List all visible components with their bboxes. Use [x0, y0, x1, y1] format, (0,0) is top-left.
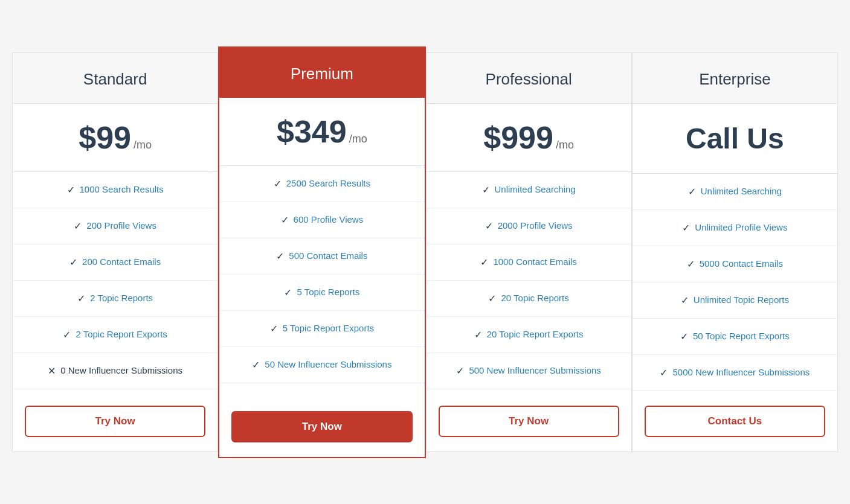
feature-icon-check: ✓	[284, 287, 292, 298]
feature-text-professional-0: Unlimited Searching	[495, 183, 576, 196]
feature-item-enterprise-5: ✓5000 New Influencer Submissions	[633, 355, 837, 391]
feature-icon-check: ✓	[74, 220, 82, 232]
plan-name-standard: Standard	[25, 70, 205, 89]
feature-item-premium-4: ✓5 Topic Report Exports	[219, 311, 424, 347]
feature-item-enterprise-1: ✓Unlimited Profile Views	[633, 210, 837, 246]
feature-text-enterprise-4: 50 Topic Report Exports	[693, 330, 790, 342]
feature-icon-check: ✓	[485, 220, 493, 232]
feature-item-enterprise-4: ✓50 Topic Report Exports	[633, 319, 837, 355]
feature-item-professional-1: ✓2000 Profile Views	[427, 208, 631, 244]
feature-icon-check: ✓	[67, 184, 75, 196]
feature-item-enterprise-2: ✓5000 Contact Emails	[633, 246, 837, 282]
feature-text-standard-4: 2 Topic Report Exports	[76, 328, 167, 340]
feature-item-professional-0: ✓Unlimited Searching	[427, 172, 631, 208]
plan-header-professional: Professional	[427, 53, 631, 104]
plan-button-premium[interactable]: Try Now	[231, 411, 412, 442]
plan-features-premium: ✓2500 Search Results✓600 Profile Views✓5…	[219, 166, 424, 397]
plan-price-section-professional: $999/mo	[427, 104, 631, 172]
plan-price-period-premium: /mo	[349, 133, 367, 145]
plan-price-section-enterprise: Call Us	[633, 104, 837, 174]
feature-icon-check: ✓	[274, 178, 282, 190]
plan-name-professional: Professional	[439, 70, 619, 89]
plan-button-standard[interactable]: Try Now	[25, 406, 205, 437]
feature-text-standard-5: 0 New Influencer Submissions	[60, 365, 182, 377]
plan-price-wrapper-premium: $349/mo	[231, 116, 412, 147]
plan-name-premium: Premium	[231, 65, 412, 83]
feature-text-professional-5: 500 New Influencer Submissions	[469, 365, 600, 377]
feature-item-enterprise-0: ✓Unlimited Searching	[633, 174, 837, 210]
feature-text-premium-2: 500 Contact Emails	[289, 250, 367, 262]
feature-item-professional-5: ✓500 New Influencer Submissions	[427, 353, 631, 389]
feature-text-standard-3: 2 Topic Reports	[90, 292, 153, 304]
plan-price-wrapper-professional: $999/mo	[439, 122, 619, 153]
feature-item-professional-2: ✓1000 Contact Emails	[427, 244, 631, 281]
feature-item-premium-3: ✓5 Topic Reports	[219, 275, 424, 311]
feature-icon-check: ✓	[660, 367, 668, 378]
feature-item-premium-1: ✓600 Profile Views	[219, 202, 424, 238]
feature-text-professional-4: 20 Topic Report Exports	[487, 328, 584, 340]
plan-header-standard: Standard	[13, 53, 217, 104]
plan-price-period-standard: /mo	[134, 139, 152, 152]
feature-icon-check: ✓	[682, 222, 690, 234]
feature-icon-check: ✓	[482, 184, 490, 196]
plan-price-section-premium: $349/mo	[219, 98, 424, 166]
feature-icon-check: ✓	[276, 250, 284, 262]
feature-item-professional-4: ✓20 Topic Report Exports	[427, 317, 631, 353]
feature-item-standard-0: ✓1000 Search Results	[13, 172, 217, 208]
feature-icon-check: ✓	[456, 365, 464, 377]
feature-text-enterprise-0: Unlimited Searching	[701, 185, 782, 197]
feature-text-premium-1: 600 Profile Views	[294, 214, 364, 226]
plan-card-standard: Standard$99/mo✓1000 Search Results✓200 P…	[12, 53, 218, 452]
plan-header-premium: Premium	[219, 48, 424, 98]
feature-icon-check: ✓	[281, 214, 289, 226]
feature-item-enterprise-3: ✓Unlimited Topic Reports	[633, 282, 837, 319]
plan-price-amount-premium: $349	[277, 116, 347, 147]
feature-text-premium-4: 5 Topic Report Exports	[283, 322, 374, 334]
feature-item-standard-5: ✕0 New Influencer Submissions	[13, 353, 217, 389]
feature-item-standard-3: ✓2 Topic Reports	[13, 281, 217, 317]
pricing-table: Standard$99/mo✓1000 Search Results✓200 P…	[12, 53, 838, 452]
feature-icon-check: ✓	[63, 329, 71, 340]
feature-text-standard-2: 200 Contact Emails	[82, 256, 161, 268]
feature-icon-check: ✓	[480, 257, 488, 268]
plan-footer-professional: Try Now	[427, 391, 631, 451]
feature-text-professional-1: 2000 Profile Views	[498, 220, 573, 232]
plan-price-period-professional: /mo	[556, 139, 574, 152]
plan-header-enterprise: Enterprise	[633, 53, 837, 104]
feature-icon-check: ✓	[681, 295, 689, 306]
plan-features-standard: ✓1000 Search Results✓200 Profile Views✓2…	[13, 172, 217, 391]
feature-icon-check: ✓	[270, 323, 278, 334]
feature-icon-check: ✓	[688, 186, 696, 197]
plan-button-enterprise[interactable]: Contact Us	[645, 406, 825, 437]
feature-text-premium-5: 50 New Influencer Submissions	[265, 359, 391, 371]
feature-item-standard-4: ✓2 Topic Report Exports	[13, 317, 217, 353]
feature-icon-cross: ✕	[48, 365, 56, 377]
feature-icon-check: ✓	[687, 258, 695, 270]
feature-text-professional-3: 20 Topic Reports	[501, 292, 568, 304]
plan-card-enterprise: EnterpriseCall Us✓Unlimited Searching✓Un…	[632, 53, 838, 452]
feature-item-standard-1: ✓200 Profile Views	[13, 208, 217, 244]
feature-item-premium-0: ✓2500 Search Results	[219, 166, 424, 202]
feature-icon-check: ✓	[77, 293, 85, 304]
plan-price-enterprise: Call Us	[645, 122, 825, 155]
feature-text-enterprise-5: 5000 New Influencer Submissions	[672, 366, 810, 378]
plan-footer-premium: Try Now	[219, 397, 424, 457]
plan-features-professional: ✓Unlimited Searching✓2000 Profile Views✓…	[427, 172, 631, 391]
plan-card-professional: Professional$999/mo✓Unlimited Searching✓…	[426, 53, 632, 452]
plan-button-professional[interactable]: Try Now	[439, 406, 619, 437]
plan-price-section-standard: $99/mo	[13, 104, 217, 172]
plan-card-premium: Premium$349/mo✓2500 Search Results✓600 P…	[218, 46, 425, 458]
feature-text-premium-0: 2500 Search Results	[286, 177, 370, 190]
feature-icon-check: ✓	[252, 359, 260, 371]
plan-footer-enterprise: Contact Us	[633, 391, 837, 451]
feature-item-premium-2: ✓500 Contact Emails	[219, 238, 424, 275]
feature-icon-check: ✓	[69, 257, 77, 268]
feature-text-professional-2: 1000 Contact Emails	[493, 256, 576, 268]
plan-price-wrapper-standard: $99/mo	[25, 122, 205, 153]
plan-footer-standard: Try Now	[13, 391, 217, 451]
feature-item-premium-5: ✓50 New Influencer Submissions	[219, 347, 424, 383]
plan-name-enterprise: Enterprise	[645, 70, 825, 89]
feature-icon-check: ✓	[488, 293, 496, 304]
feature-text-enterprise-2: 5000 Contact Emails	[700, 258, 783, 270]
feature-item-professional-3: ✓20 Topic Reports	[427, 281, 631, 317]
